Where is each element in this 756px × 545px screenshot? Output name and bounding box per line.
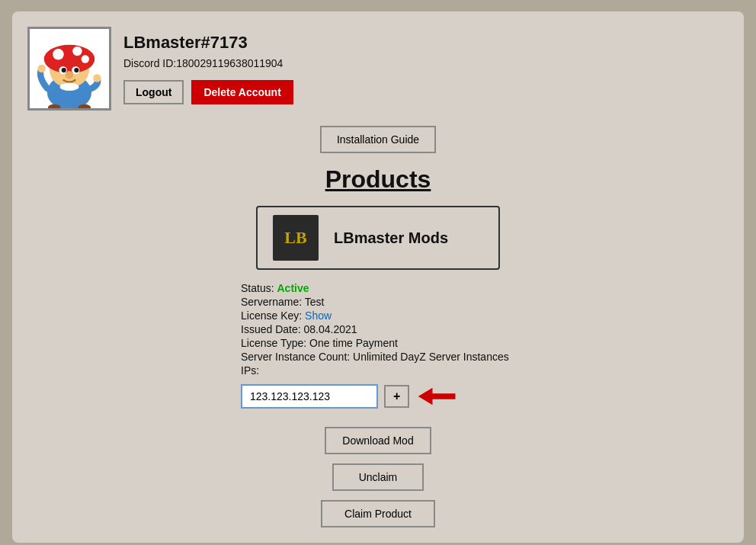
ips-label: IPs:: [241, 364, 515, 377]
action-row: Download Mod Unclaim Claim Product: [321, 427, 435, 527]
unclaim-button[interactable]: Unclaim: [332, 463, 424, 491]
product-name: LBmaster Mods: [334, 229, 448, 247]
servername-value-text: Test: [305, 296, 325, 308]
products-title: Products: [325, 165, 431, 194]
add-ip-button[interactable]: +: [384, 385, 409, 408]
main-container: LBmaster#7173 Discord ID:180029119638011…: [12, 11, 744, 543]
delete-account-button[interactable]: Delete Account: [191, 80, 293, 104]
license-type-label: License Type:: [241, 337, 306, 349]
issued-date-row: Issued Date: 08.04.2021: [241, 323, 515, 335]
status-value: Active: [277, 282, 309, 294]
servername-row: Servername: Test: [241, 296, 515, 308]
server-instance-row: Server Instance Count: Unlimited DayZ Se…: [241, 351, 515, 363]
username: LBmaster#7173: [123, 33, 293, 53]
svg-point-9: [62, 68, 66, 72]
discord-id: Discord ID:180029119638011904: [123, 57, 293, 69]
ip-section: +: [241, 381, 515, 412]
discord-id-value: 180029119638011904: [176, 57, 283, 69]
servername-label: Servername:: [241, 296, 302, 308]
ip-input[interactable]: [241, 384, 378, 409]
download-mod-button[interactable]: Download Mod: [325, 427, 431, 454]
profile-section: LBmaster#7173 Discord ID:180029119638011…: [27, 27, 729, 111]
svg-marker-17: [418, 388, 456, 406]
issued-date-label: Issued Date:: [241, 323, 301, 335]
license-key-show-link[interactable]: Show: [305, 309, 332, 322]
product-logo: LB: [273, 215, 319, 261]
logout-button[interactable]: Logout: [123, 80, 184, 104]
svg-point-12: [37, 65, 45, 72]
svg-point-13: [93, 74, 101, 82]
license-type-row: License Type: One time Payment: [241, 337, 515, 349]
server-instance-value: Unlimited DayZ Server Instances: [353, 351, 509, 363]
status-label: Status:: [241, 282, 274, 294]
product-card: LB LBmaster Mods: [256, 206, 500, 270]
svg-point-16: [60, 83, 79, 91]
product-logo-text: LB: [284, 228, 306, 248]
svg-point-4: [53, 49, 64, 60]
svg-point-11: [66, 71, 73, 79]
license-key-row: License Key: Show: [241, 309, 515, 322]
avatar-image: [30, 29, 109, 108]
license-type-value: One time Payment: [309, 337, 398, 349]
claim-product-button[interactable]: Claim Product: [321, 500, 435, 527]
discord-label: Discord ID:: [123, 57, 176, 69]
svg-point-6: [82, 55, 89, 63]
product-details: Status: Active Servername: Test License …: [241, 282, 515, 412]
svg-point-5: [72, 46, 82, 56]
license-key-label: License Key:: [241, 309, 302, 322]
issued-date-value: 08.04.2021: [304, 323, 357, 335]
svg-point-10: [74, 68, 78, 72]
arrow-icon: [415, 381, 461, 412]
profile-info: LBmaster#7173 Discord ID:180029119638011…: [123, 33, 293, 104]
status-row: Status: Active: [241, 282, 515, 294]
installation-guide-button[interactable]: Installation Guide: [320, 126, 436, 153]
avatar: [27, 27, 111, 111]
profile-buttons: Logout Delete Account: [123, 80, 293, 104]
server-instance-label: Server Instance Count:: [241, 351, 350, 363]
center-content: Installation Guide Products LB LBmaster …: [27, 126, 729, 527]
